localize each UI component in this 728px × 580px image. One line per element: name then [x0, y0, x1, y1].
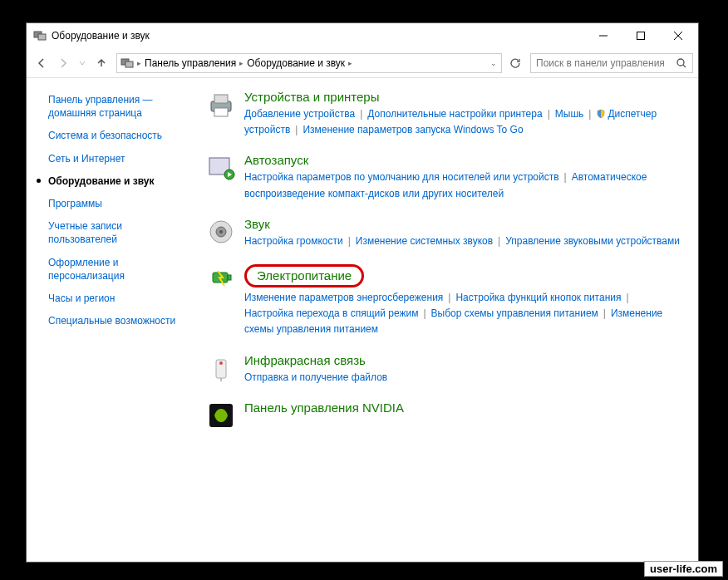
- forward-button[interactable]: [53, 53, 73, 73]
- link-separator: |: [588, 108, 591, 120]
- search-input[interactable]: [536, 57, 676, 69]
- close-button[interactable]: [659, 24, 696, 48]
- category-sublink[interactable]: Управление звуковыми устройствами: [505, 235, 680, 247]
- crumb-sep-icon: ▸: [135, 59, 143, 67]
- sidebar-item[interactable]: Оборудование и звук: [48, 174, 193, 188]
- link-separator: |: [448, 292, 450, 303]
- sidebar-item[interactable]: Специальные возможности: [48, 314, 193, 327]
- infrared-icon: [206, 353, 236, 383]
- address-icon: [121, 57, 134, 70]
- svg-rect-7: [125, 61, 133, 67]
- sidebar-item[interactable]: Сеть и Интернет: [48, 152, 193, 165]
- history-dropdown[interactable]: [75, 53, 90, 73]
- category-links: Настройка громкости|Изменение системных …: [244, 233, 681, 249]
- link-separator: |: [564, 171, 567, 183]
- category-sublink[interactable]: Отправка и получение файлов: [244, 371, 387, 383]
- printer-icon: [206, 90, 236, 120]
- sidebar-item[interactable]: Панель управления — домашняя страница: [48, 93, 193, 120]
- category-sublink[interactable]: Добавление устройства: [244, 108, 355, 120]
- sidebar-item[interactable]: Учетные записи пользователей: [48, 219, 193, 246]
- category: Инфракрасная связьОтправка и получение ф…: [206, 353, 681, 386]
- autoplay-icon: [206, 153, 236, 183]
- link-separator: |: [360, 108, 362, 120]
- minimize-button[interactable]: [584, 24, 622, 48]
- category-links: Изменение параметров энергосбережения|На…: [244, 290, 681, 338]
- link-separator: |: [498, 235, 500, 247]
- category-sublink[interactable]: Настройка функций кнопок питания: [455, 292, 621, 303]
- link-separator: |: [548, 108, 550, 120]
- toolbar: ▸ Панель управления ▸ Оборудование и зву…: [27, 48, 698, 78]
- sidebar-item[interactable]: Оформление и персонализация: [48, 256, 193, 283]
- category-sublink[interactable]: Настройка громкости: [244, 235, 343, 247]
- category-title[interactable]: Электропитание: [244, 264, 364, 288]
- link-separator: |: [626, 292, 628, 303]
- window-title: Оборудование и звук: [52, 30, 584, 42]
- category-sublink[interactable]: Изменение параметров запуска Windows To …: [303, 124, 523, 135]
- refresh-button[interactable]: [505, 53, 525, 73]
- category-sublink[interactable]: Выбор схемы управления питанием: [431, 307, 598, 319]
- address-bar[interactable]: ▸ Панель управления ▸ Оборудование и зву…: [116, 53, 502, 73]
- category-title[interactable]: Панель управления NVIDIA: [244, 401, 404, 415]
- category: АвтозапускНастройка параметров по умолча…: [206, 153, 681, 201]
- category-body: Устройства и принтерыДобавление устройст…: [244, 90, 681, 138]
- category-links: Отправка и получение файлов: [244, 370, 681, 386]
- sidebar-item[interactable]: Программы: [48, 197, 193, 210]
- breadcrumb-current[interactable]: Оборудование и звук: [245, 57, 347, 69]
- window-buttons: [584, 24, 696, 48]
- link-separator: |: [603, 307, 606, 319]
- category-title[interactable]: Инфракрасная связь: [244, 353, 366, 367]
- category-title[interactable]: Устройства и принтеры: [244, 90, 379, 104]
- category-sublink[interactable]: Мышь: [555, 108, 584, 120]
- category-body: АвтозапускНастройка параметров по умолча…: [244, 153, 681, 201]
- svg-rect-1: [38, 34, 46, 40]
- category-body: ЗвукНастройка громкости|Изменение систем…: [244, 217, 681, 249]
- link-separator: |: [348, 235, 351, 247]
- svg-rect-19: [228, 275, 231, 280]
- category-sublink[interactable]: Настройка параметров по умолчанию для но…: [244, 171, 559, 183]
- nvidia-icon: [206, 401, 236, 430]
- shield-icon: [596, 109, 606, 119]
- watermark: user-life.com: [644, 561, 723, 577]
- sidebar: Панель управления — домашняя страницаСис…: [27, 78, 201, 562]
- category: Устройства и принтерыДобавление устройст…: [206, 90, 681, 138]
- category-sublink[interactable]: Изменение параметров энергосбережения: [244, 292, 443, 303]
- power-icon: [206, 264, 236, 294]
- svg-point-17: [219, 230, 223, 233]
- app-icon: [33, 29, 47, 42]
- titlebar: Оборудование и звук: [27, 23, 698, 48]
- svg-point-21: [219, 361, 223, 365]
- category-title[interactable]: Звук: [244, 217, 270, 231]
- sidebar-item[interactable]: Система и безопасность: [48, 129, 193, 142]
- category-links: Настройка параметров по умолчанию для но…: [244, 170, 681, 201]
- svg-rect-11: [214, 95, 228, 103]
- category-sublink[interactable]: Изменение системных звуков: [356, 235, 493, 247]
- category: ЭлектропитаниеИзменение параметров энерг…: [206, 264, 681, 338]
- window: Оборудование и звук ▸ Панель управления …: [26, 22, 699, 563]
- content: Устройства и принтерыДобавление устройст…: [201, 78, 698, 562]
- link-separator: |: [295, 124, 298, 135]
- address-dropdown-icon[interactable]: ⌄: [486, 59, 501, 67]
- category-body: ЭлектропитаниеИзменение параметров энерг…: [244, 264, 681, 338]
- category-title[interactable]: Автозапуск: [244, 153, 308, 167]
- back-button[interactable]: [32, 53, 52, 73]
- crumb-sep-icon: ▸: [238, 59, 245, 67]
- breadcrumb-root[interactable]: Панель управления: [143, 57, 238, 69]
- category-body: Инфракрасная связьОтправка и получение ф…: [244, 353, 681, 386]
- crumb-sep-icon: ▸: [347, 59, 354, 67]
- category-sublink[interactable]: Дополнительные настройки принтера: [367, 108, 542, 120]
- sidebar-item[interactable]: Часы и регион: [48, 292, 193, 305]
- maximize-button[interactable]: [622, 24, 659, 48]
- category: Панель управления NVIDIA: [206, 401, 681, 430]
- svg-line-9: [683, 65, 686, 67]
- category-sublink[interactable]: Настройка перехода в спящий режим: [244, 307, 418, 319]
- search-box[interactable]: [530, 53, 693, 73]
- svg-rect-12: [214, 108, 228, 116]
- category-body: Панель управления NVIDIA: [244, 401, 681, 430]
- category: ЗвукНастройка громкости|Изменение систем…: [206, 217, 681, 249]
- body: Панель управления — домашняя страницаСис…: [27, 78, 698, 562]
- up-button[interactable]: [91, 53, 111, 73]
- sound-icon: [206, 217, 236, 247]
- search-icon: [676, 57, 687, 69]
- category-links: Добавление устройства|Дополнительные нас…: [244, 106, 681, 138]
- svg-rect-3: [637, 32, 644, 40]
